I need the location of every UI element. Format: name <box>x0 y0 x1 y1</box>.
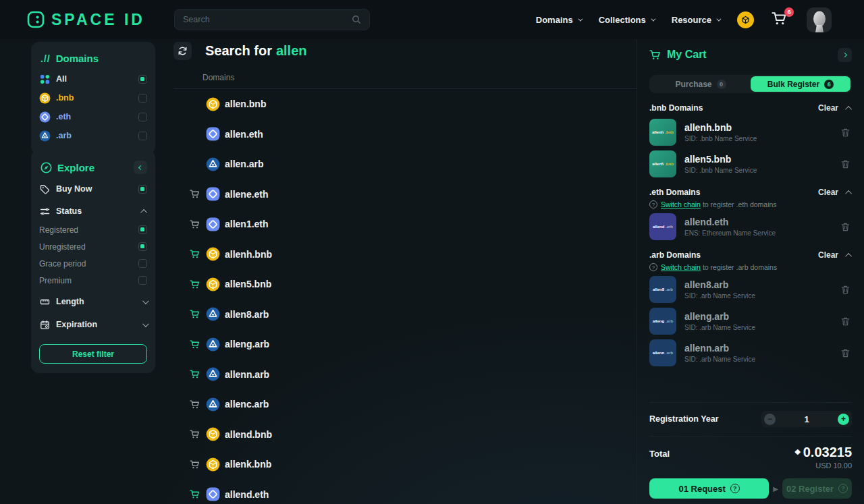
cart-count-badge: 6 <box>784 7 794 17</box>
result-row[interactable]: allen8.arb <box>173 300 637 330</box>
collapse-sidebar-button[interactable] <box>134 161 147 174</box>
refresh-button[interactable] <box>173 42 192 60</box>
trash-icon[interactable] <box>840 348 850 358</box>
domains-panel-header: .// Domains <box>39 49 147 69</box>
result-row[interactable]: allen.eth <box>173 119 637 150</box>
result-row[interactable]: allenn.arb <box>173 360 637 390</box>
in-cart-icon[interactable] <box>190 489 200 499</box>
checkbox-grace-period[interactable] <box>138 259 147 268</box>
nav-menu-domains[interactable]: Domains <box>536 15 581 25</box>
trash-icon[interactable] <box>840 222 850 232</box>
result-row[interactable]: alleng.arb <box>173 329 637 360</box>
cart-item-service: SID: .arb Name Service <box>684 292 840 300</box>
clear-arb-button[interactable]: Clear <box>818 250 838 260</box>
result-row[interactable]: allend.eth <box>173 480 637 504</box>
checkbox-eth[interactable] <box>138 113 147 121</box>
in-cart-icon[interactable] <box>190 309 200 319</box>
reset-filter-button[interactable]: Reset filter <box>39 344 147 364</box>
avatar-head-icon <box>809 10 830 32</box>
filter-tld-eth[interactable]: .eth <box>39 107 147 126</box>
result-row[interactable]: allenk.bnb <box>173 449 637 480</box>
clear-bnb-button[interactable]: Clear <box>818 103 838 113</box>
filter-expiration-section[interactable]: Expiration <box>39 314 147 335</box>
brand-logo[interactable]: SPACE ID <box>27 11 145 29</box>
clear-eth-button[interactable]: Clear <box>818 188 838 197</box>
top-nav: SPACE ID Domains Collections Resource 6 <box>0 0 864 39</box>
in-cart-icon[interactable] <box>190 249 200 259</box>
status-filter-icon <box>39 206 51 217</box>
year-decrement-button[interactable]: − <box>764 414 776 425</box>
filter-buy-now-label: Buy Now <box>56 184 133 194</box>
result-row[interactable]: allen1.eth <box>173 209 637 240</box>
cart-item[interactable]: allen5.bnb allen5.bnb SID: .bnb Name Ser… <box>649 150 852 177</box>
status-option-premium[interactable]: Premium <box>39 272 147 289</box>
bnb-icon <box>206 427 220 441</box>
trash-icon[interactable] <box>840 159 850 169</box>
request-button[interactable]: 01 Request ? <box>649 478 769 499</box>
checkbox-all[interactable] <box>138 75 147 84</box>
year-increment-button[interactable]: + <box>838 414 849 425</box>
checkbox-registered[interactable] <box>138 225 147 234</box>
trash-icon[interactable] <box>840 128 850 138</box>
checkbox-unregistered[interactable] <box>138 242 147 251</box>
checkbox-arb[interactable] <box>138 132 147 140</box>
filter-length-section[interactable]: Length <box>39 291 147 312</box>
avatar[interactable] <box>807 7 832 32</box>
cart-item-name: allen5.bnb <box>684 154 840 165</box>
trash-icon[interactable] <box>840 285 850 295</box>
domain-name: allend.bnb <box>225 429 272 440</box>
year-value: 1 <box>776 414 838 424</box>
request-button-label: 01 Request <box>678 484 725 494</box>
checkbox-buy-now[interactable] <box>138 185 147 194</box>
add-to-cart-icon[interactable] <box>190 429 200 439</box>
collapse-cart-button[interactable] <box>838 48 852 62</box>
add-to-cart-icon[interactable] <box>190 189 200 199</box>
switch-chain-link[interactable]: Switch chain <box>661 263 701 271</box>
switch-chain-link[interactable]: Switch chain <box>661 200 701 208</box>
refresh-icon <box>178 46 188 56</box>
filter-tld-bnb[interactable]: .bnb <box>39 88 147 107</box>
cart-item[interactable]: allenn.arb allenn.arb SID: .arb Name Ser… <box>649 339 852 366</box>
filter-buy-now[interactable]: Buy Now <box>39 179 147 198</box>
result-row[interactable]: allen5.bnb <box>173 269 637 300</box>
filter-tld-all[interactable]: All <box>39 69 147 88</box>
in-cart-icon[interactable] <box>190 369 200 379</box>
filter-tld-arb[interactable]: .arb <box>39 126 147 145</box>
nav-menu-collections[interactable]: Collections <box>599 15 654 25</box>
tab-bulk-register[interactable]: Bulk Register 6 <box>751 76 850 92</box>
result-row[interactable]: allenc.arb <box>173 389 637 420</box>
chevron-up-icon[interactable] <box>845 105 852 112</box>
tab-purchase[interactable]: Purchase 0 <box>651 76 751 92</box>
tab-purchase-label: Purchase <box>675 80 711 89</box>
result-row[interactable]: allend.bnb <box>173 420 637 450</box>
cart-item[interactable]: alleng.arb alleng.arb SID: .arb Name Ser… <box>649 308 852 335</box>
add-to-cart-icon[interactable] <box>190 219 200 229</box>
trash-icon[interactable] <box>840 316 850 327</box>
tab-domains[interactable]: Domains <box>202 73 637 82</box>
nav-menu-resource[interactable]: Resource <box>672 15 720 25</box>
result-row[interactable]: allene.eth <box>173 179 637 210</box>
chevron-up-icon[interactable] <box>845 190 852 196</box>
checkbox-bnb[interactable] <box>138 94 147 103</box>
in-cart-icon[interactable] <box>190 279 200 289</box>
cart-item[interactable]: allend.eth allend.eth ENS: Ethereum Name… <box>649 213 852 240</box>
status-option-grace-period[interactable]: Grace period <box>39 255 147 272</box>
add-to-cart-icon[interactable] <box>190 459 200 470</box>
cart-item[interactable]: allenh.bnb allenh.bnb SID: .bnb Name Ser… <box>649 119 852 146</box>
bnb-coin-icon[interactable] <box>737 11 754 28</box>
status-option-unregistered[interactable]: Unregistered <box>39 238 147 255</box>
cart-item[interactable]: allen8.arb allen8.arb SID: .arb Name Ser… <box>649 276 852 303</box>
nav-cart-button[interactable]: 6 <box>772 11 789 28</box>
search-input[interactable] <box>183 15 352 24</box>
result-row[interactable]: allenh.bnb <box>173 240 637 270</box>
result-row[interactable]: allen.bnb <box>173 89 637 119</box>
in-cart-icon[interactable] <box>190 339 200 349</box>
filter-status-section[interactable]: Status <box>39 201 147 221</box>
checkbox-premium[interactable] <box>138 276 147 285</box>
domain-card-thumbnail: allen8.arb <box>649 276 676 303</box>
register-button[interactable]: 02 Register ? <box>782 478 852 499</box>
result-row[interactable]: allen.arb <box>173 149 637 179</box>
add-to-cart-icon[interactable] <box>190 399 200 410</box>
status-option-registered[interactable]: Registered <box>39 221 147 238</box>
chevron-up-icon[interactable] <box>845 252 852 259</box>
